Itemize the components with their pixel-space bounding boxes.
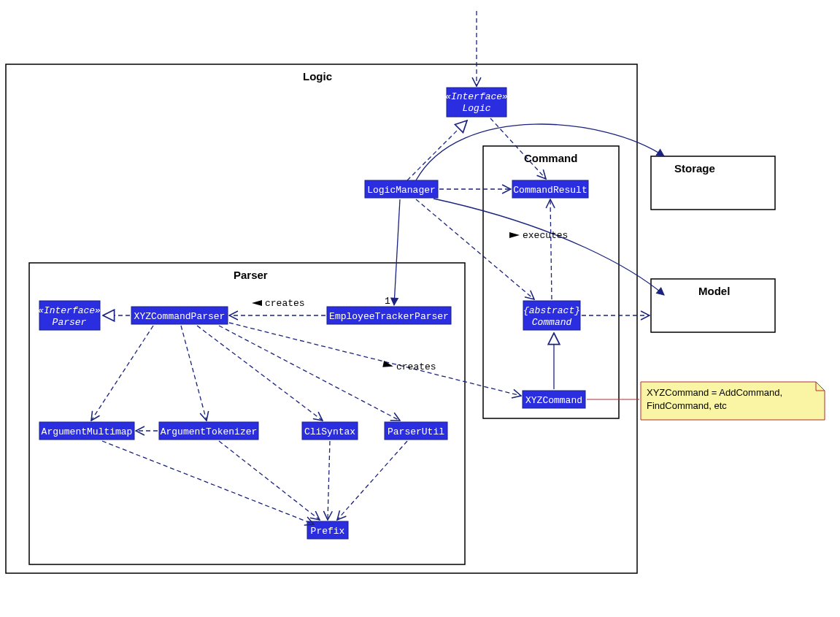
class-logic-manager-name: LogicManager — [367, 185, 436, 196]
edge-logicmanager-to-model — [434, 199, 664, 295]
class-parser-util: ParserUtil — [385, 422, 447, 440]
package-model-label: Model — [698, 285, 730, 297]
edge-creates1-label-group: creates — [252, 298, 305, 309]
class-xyz-command: XYZCommand — [523, 391, 585, 408]
note-line1: XYZCommand = AddCommand, — [647, 387, 782, 398]
class-parser-interface-stereo: «Interface» — [38, 305, 101, 316]
class-logic-manager: LogicManager — [365, 180, 438, 198]
edge-argtokenizer-to-prefix — [219, 441, 320, 520]
edge-command-to-commandresult — [550, 199, 552, 299]
class-employee-tracker-parser: EmployeeTrackerParser — [327, 307, 451, 324]
class-argument-tokenizer: ArgumentTokenizer — [159, 422, 258, 440]
edge-xyzparser-to-clisyntax — [197, 326, 323, 421]
class-command-result-name: CommandResult — [513, 185, 587, 196]
edge-clisyntax-to-prefix — [328, 441, 330, 520]
edge-creates2-label: creates — [396, 361, 436, 372]
class-argument-tokenizer-name: ArgumentTokenizer — [161, 426, 258, 437]
class-prefix-name: Prefix — [311, 526, 345, 537]
edge-logic-to-commandresult — [490, 118, 546, 179]
class-abstract-command-stereo: {abstract} — [523, 305, 580, 316]
class-logic-interface-stereo: «Interface» — [445, 91, 508, 102]
edge-creates2-label-group: creates — [382, 361, 436, 372]
edge-xyzparser-to-argmultimap — [91, 326, 153, 421]
edge-xyzparser-to-argtokenizer — [181, 326, 207, 421]
edge-argmultimap-to-prefix — [102, 441, 314, 524]
edge-logicmanager-to-employeetrackerparser — [394, 199, 400, 305]
edge-creates1-label: creates — [265, 298, 305, 309]
class-xyz-command-parser: XYZCommandParser — [131, 307, 228, 324]
class-parser-interface: «Interface» Parser — [38, 301, 101, 330]
note-xyz-command: XYZCommand = AddCommand, FindCommand, et… — [641, 382, 825, 420]
class-employee-tracker-parser-name: EmployeeTrackerParser — [329, 311, 449, 322]
class-cli-syntax: CliSyntax — [302, 422, 358, 440]
edge-mult-one: 1 — [385, 296, 390, 307]
class-abstract-command: {abstract} Command — [523, 301, 580, 330]
edge-logicmanager-realizes-logic — [407, 120, 467, 180]
class-argument-multimap: ArgumentMultimap — [39, 422, 134, 440]
edge-xyzparser-to-parserutil — [219, 326, 400, 421]
edge-logicmanager-executes-command — [416, 199, 534, 299]
class-parser-util-name: ParserUtil — [388, 426, 444, 437]
class-abstract-command-name: Command — [532, 317, 572, 328]
package-parser-label: Parser — [234, 269, 268, 281]
edge-xyzparser-creates-xyzcommand — [229, 323, 521, 396]
package-model: Model — [651, 279, 775, 332]
class-argument-multimap-name: ArgumentMultimap — [42, 426, 133, 437]
edge-executes-label: executes — [523, 230, 568, 241]
edge-executes-label-group: executes — [509, 230, 568, 241]
package-storage-label: Storage — [674, 162, 715, 175]
class-xyz-command-parser-name: XYZCommandParser — [134, 311, 226, 322]
package-storage: Storage — [651, 156, 775, 210]
package-command-label: Command — [524, 152, 577, 164]
package-logic-label: Logic — [303, 70, 332, 83]
class-cli-syntax-name: CliSyntax — [304, 426, 355, 437]
class-xyz-command-name: XYZCommand — [525, 395, 582, 406]
edge-parserutil-to-prefix — [337, 441, 407, 520]
class-logic-interface-name: Logic — [462, 103, 490, 114]
class-parser-interface-name: Parser — [53, 317, 87, 328]
class-logic-interface: «Interface» Logic — [445, 88, 508, 117]
class-command-result: CommandResult — [512, 180, 588, 198]
note-line2: FindCommand, etc — [647, 400, 727, 411]
